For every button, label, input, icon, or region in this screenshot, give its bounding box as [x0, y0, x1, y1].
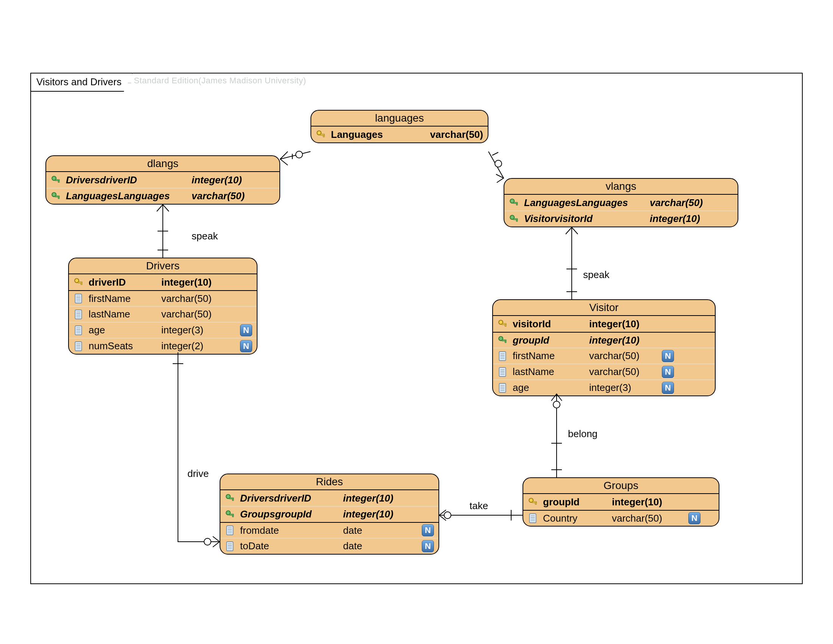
nullable-badge: N	[422, 524, 434, 536]
col-name: driverID	[88, 277, 157, 288]
svg-rect-61	[233, 499, 234, 501]
entity-drivers[interactable]: Drivers driverID integer(10) firstName v…	[68, 258, 257, 354]
nullable-badge: N	[662, 366, 674, 378]
row-col: fromdate date N	[220, 522, 439, 538]
col-name: fromdate	[240, 525, 338, 536]
row-pk: visitorId integer(10)	[493, 316, 715, 332]
nullable-badge: N	[240, 324, 252, 336]
column-icon	[224, 525, 235, 535]
svg-rect-11	[516, 203, 518, 205]
row-fk: VisitorvisitorId integer(10)	[504, 211, 738, 227]
svg-rect-77	[536, 503, 537, 504]
row-col: Country varchar(50) N	[523, 510, 719, 526]
col-name: Country	[543, 512, 607, 524]
entity-title: Drivers	[69, 258, 257, 274]
svg-rect-14	[516, 220, 518, 221]
svg-rect-18	[75, 294, 81, 303]
row-fk: groupId integer(10)	[493, 332, 715, 348]
row-fk: LanguagesLanguages varchar(50)	[46, 188, 280, 204]
col-type: integer(10)	[612, 496, 662, 508]
nullable-badge: N	[688, 512, 701, 524]
column-icon	[497, 367, 508, 377]
col-type: varchar(50)	[612, 512, 684, 524]
row-col: toDate date N	[220, 538, 439, 554]
svg-rect-8	[58, 197, 60, 198]
key-icon	[497, 319, 508, 329]
col-type: varchar(50)	[161, 308, 212, 320]
rel-belong: belong	[568, 428, 598, 440]
col-name: numSeats	[88, 340, 157, 352]
col-name: LanguagesLanguages	[524, 197, 645, 209]
svg-rect-5	[58, 181, 60, 182]
entity-languages[interactable]: languages Languages varchar(50)	[310, 110, 489, 143]
col-type: varchar(50)	[430, 129, 483, 140]
svg-rect-54	[499, 383, 505, 393]
column-icon	[224, 541, 235, 551]
col-type: varchar(50)	[589, 366, 657, 378]
row-pk: groupId integer(10)	[523, 494, 719, 510]
entity-rows: driverID integer(10) firstName varchar(5…	[69, 274, 257, 354]
svg-rect-2	[323, 135, 325, 137]
row-pk: driverID integer(10)	[69, 274, 257, 290]
entity-groups[interactable]: Groups groupId integer(10) Country varch…	[523, 477, 719, 526]
fkey-icon	[224, 493, 235, 503]
fkey-icon	[508, 198, 519, 208]
col-type: integer(10)	[589, 335, 640, 346]
entity-vlangs[interactable]: vlangs LanguagesLanguages varchar(50) Vi…	[503, 178, 738, 227]
erd-canvas: Visual Paradigm for UML Standard Edition…	[0, 0, 833, 644]
svg-rect-78	[529, 514, 536, 523]
entity-rows: Languages varchar(50)	[311, 127, 488, 142]
row-fk: DriversdriverID integer(10)	[46, 172, 280, 188]
entity-rows: DriversdriverID integer(10) GroupsgroupI…	[220, 490, 439, 554]
svg-rect-33	[75, 342, 81, 351]
entity-rows: visitorId integer(10) groupId integer(10…	[493, 316, 715, 396]
col-name: firstName	[513, 350, 585, 362]
entity-title: vlangs	[504, 179, 738, 195]
col-name: toDate	[240, 540, 338, 552]
row-col: lastName varchar(50)	[69, 306, 257, 322]
col-type: integer(10)	[589, 318, 640, 330]
nullable-badge: N	[662, 382, 674, 394]
rel-drive: drive	[187, 468, 209, 480]
col-type: date	[343, 525, 396, 536]
svg-rect-65	[227, 526, 233, 535]
entity-title: dlangs	[46, 156, 280, 172]
row-fk: LanguagesLanguages varchar(50)	[504, 195, 738, 211]
row-fk: DriversdriverID integer(10)	[220, 490, 439, 506]
col-name: groupId	[543, 496, 607, 508]
column-icon	[527, 513, 539, 523]
diagram-title: Visitors and Drivers	[30, 73, 133, 92]
svg-rect-44	[499, 351, 505, 361]
col-name: visitorId	[513, 318, 585, 330]
entity-dlangs[interactable]: dlangs DriversdriverID integer(10) Langu…	[45, 155, 280, 204]
rel-speak-2: speak	[583, 269, 609, 281]
entity-rows: DriversdriverID integer(10) LanguagesLan…	[46, 172, 280, 204]
fkey-icon	[508, 214, 519, 224]
entity-visitor[interactable]: Visitor visitorId integer(10) groupId in…	[492, 299, 716, 396]
svg-rect-70	[227, 542, 233, 551]
col-type: integer(10)	[191, 174, 242, 186]
column-icon	[73, 294, 84, 303]
row-fk: GroupsgroupId integer(10)	[220, 506, 439, 522]
entity-rides[interactable]: Rides DriversdriverID integer(10) Groups…	[220, 473, 439, 555]
entity-title: languages	[311, 111, 488, 127]
col-name: firstName	[88, 293, 157, 304]
svg-rect-17	[81, 283, 82, 285]
col-type: integer(2)	[161, 340, 222, 352]
fkey-icon	[497, 335, 508, 345]
nullable-badge: N	[422, 540, 434, 552]
rel-speak-1: speak	[191, 230, 218, 242]
col-name: lastName	[513, 366, 585, 378]
row-col: firstName varchar(50)	[69, 290, 257, 306]
fkey-icon	[50, 175, 61, 185]
svg-rect-43	[505, 341, 506, 343]
rel-take: take	[470, 500, 488, 512]
col-type: integer(10)	[650, 213, 700, 225]
col-type: integer(3)	[161, 324, 222, 336]
column-icon	[73, 309, 84, 319]
col-type: integer(10)	[343, 493, 393, 504]
col-name: GroupsgroupId	[240, 509, 338, 520]
col-name: LanguagesLanguages	[66, 190, 187, 202]
col-name: lastName	[88, 308, 157, 320]
col-type: varchar(50)	[650, 197, 703, 209]
